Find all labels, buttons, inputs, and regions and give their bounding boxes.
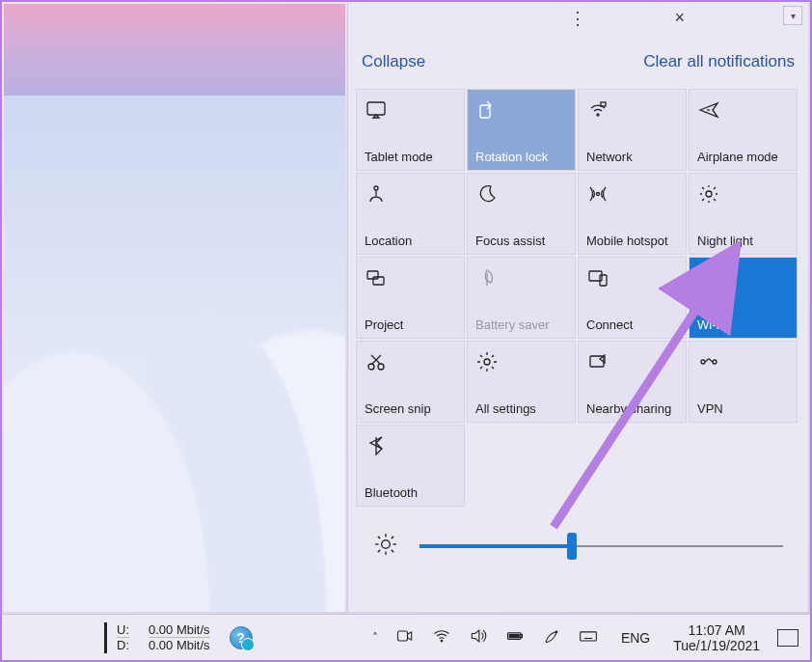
svg-rect-10 xyxy=(397,631,407,641)
tray-overflow-icon[interactable]: ˄ xyxy=(372,631,378,645)
tile-nearby-sharing[interactable]: Nearby sharing xyxy=(578,341,687,423)
meter-divider xyxy=(104,622,107,653)
brightness-control xyxy=(356,532,800,560)
taskbar-clock[interactable]: 11:07 AM Tue/1/19/2021 xyxy=(673,622,760,653)
battery-tray-icon[interactable] xyxy=(505,626,525,648)
wallpaper-tree xyxy=(62,255,87,305)
action-center-header: ⋮ × ▾ xyxy=(356,2,800,35)
tile-label: All settings xyxy=(475,401,567,416)
language-indicator[interactable]: ENG xyxy=(615,630,656,646)
tile-label: Battery saver xyxy=(475,317,567,332)
svg-rect-13 xyxy=(521,634,523,637)
clock-time: 11:07 AM xyxy=(689,622,745,638)
wallpaper-tree xyxy=(120,284,145,334)
tile-tablet-mode[interactable]: Tablet mode xyxy=(356,89,465,171)
clock-date: Tue/1/19/2021 xyxy=(673,638,760,653)
tile-label: Wi-Fi xyxy=(697,317,789,332)
tile-connect[interactable]: Connect xyxy=(578,257,687,339)
scroll-down-button[interactable]: ▾ xyxy=(783,6,802,25)
keyboard-tray-icon[interactable] xyxy=(579,626,598,648)
tile-bluetooth[interactable]: Bluetooth xyxy=(356,425,465,507)
system-tray: ˄ ENG 11:07 AM Tue/1/19/2021 xyxy=(372,622,804,653)
network-meter[interactable]: U: D: 0.00 Mbit/s 0.00 Mbit/s ? xyxy=(8,622,253,653)
moon-icon xyxy=(475,181,567,207)
help-icon[interactable]: ? xyxy=(230,626,253,649)
wifi-tray-icon[interactable] xyxy=(432,626,451,648)
tile-label: Bluetooth xyxy=(365,485,456,500)
wallpaper-tree xyxy=(255,303,280,353)
tile-night-light[interactable]: Night light xyxy=(689,173,798,255)
tablet-icon xyxy=(365,97,456,123)
wallpaper-tree xyxy=(23,226,48,276)
net-d-value: 0.00 Mbit/s xyxy=(149,638,210,652)
svg-point-15 xyxy=(555,631,557,633)
tile-label: VPN xyxy=(697,401,789,416)
wallpaper-tree xyxy=(197,245,222,295)
quick-action-grid: Tablet modeRotation lockNetworkAirplane … xyxy=(356,89,800,507)
tile-label: Focus assist xyxy=(475,234,567,248)
brightness-icon xyxy=(373,532,398,560)
slider-fill xyxy=(420,544,572,548)
action-center-links: Collapse Clear all notifications xyxy=(356,35,800,89)
svg-line-8 xyxy=(392,537,393,538)
svg-line-5 xyxy=(378,537,380,538)
close-icon[interactable]: × xyxy=(674,8,685,28)
snip-icon xyxy=(365,349,456,374)
gear-icon xyxy=(475,349,567,374)
tile-label: Tablet mode xyxy=(365,150,456,164)
tile-label: Location xyxy=(365,234,456,248)
svg-line-7 xyxy=(378,550,380,552)
tile-label: Airplane mode xyxy=(697,150,789,164)
tile-wifi[interactable]: Wi-Fi xyxy=(689,257,798,339)
bluetooth-icon xyxy=(365,433,456,458)
share-icon xyxy=(586,349,678,374)
net-u-value: 0.00 Mbit/s xyxy=(149,622,210,638)
svg-line-6 xyxy=(392,550,393,552)
brightness-slider[interactable] xyxy=(420,536,783,557)
desktop-wallpaper xyxy=(4,4,345,612)
airplane-icon xyxy=(697,97,789,123)
tile-vpn[interactable]: VPN xyxy=(689,341,798,423)
tile-airplane-mode[interactable]: Airplane mode xyxy=(689,89,798,171)
wallpaper-tree xyxy=(293,361,318,411)
sun-icon xyxy=(697,181,789,207)
tile-label: Screen snip xyxy=(365,401,456,416)
tile-label: Rotation lock xyxy=(475,150,567,164)
svg-point-0 xyxy=(382,540,391,549)
wifi-icon xyxy=(697,265,789,290)
tile-screen-snip[interactable]: Screen snip xyxy=(356,341,465,423)
tile-location[interactable]: Location xyxy=(356,173,465,255)
hotspot-icon xyxy=(586,181,678,207)
taskbar: U: D: 0.00 Mbit/s 0.00 Mbit/s ? ˄ ENG 11… xyxy=(2,614,810,660)
more-icon[interactable]: ⋮ xyxy=(569,8,588,29)
tile-label: Project xyxy=(365,317,456,332)
pen-tray-icon[interactable] xyxy=(542,626,561,648)
tile-project[interactable]: Project xyxy=(356,257,465,339)
tile-label: Connect xyxy=(586,317,678,332)
net-d-label: D: xyxy=(117,638,129,652)
action-center-tray-icon[interactable] xyxy=(777,629,798,647)
tile-mobile-hotspot[interactable]: Mobile hotspot xyxy=(578,173,687,255)
location-icon xyxy=(365,181,456,207)
clear-all-link[interactable]: Clear all notifications xyxy=(643,52,795,71)
volume-tray-icon[interactable] xyxy=(469,626,488,648)
vpn-icon xyxy=(697,349,789,374)
svg-rect-16 xyxy=(581,632,597,641)
tile-rotation-lock[interactable]: Rotation lock xyxy=(467,89,576,171)
wallpaper-tree xyxy=(158,390,183,440)
wallpaper-tree xyxy=(42,351,68,401)
leaf-icon xyxy=(475,265,567,290)
tile-network[interactable]: Network xyxy=(578,89,687,171)
action-center-panel: ⋮ × ▾ Collapse Clear all notifications T… xyxy=(347,2,808,612)
tile-focus-assist[interactable]: Focus assist xyxy=(467,173,576,255)
connect-icon xyxy=(586,265,678,290)
tile-label: Night light xyxy=(697,234,789,248)
slider-thumb[interactable] xyxy=(567,533,577,560)
meet-now-icon[interactable] xyxy=(395,626,415,648)
tile-label: Network xyxy=(586,150,678,164)
collapse-link[interactable]: Collapse xyxy=(362,52,425,71)
rotation-icon xyxy=(475,97,567,123)
tile-all-settings[interactable]: All settings xyxy=(467,341,576,423)
tile-label: Mobile hotspot xyxy=(586,234,678,248)
tile-label: Nearby sharing xyxy=(586,401,678,416)
